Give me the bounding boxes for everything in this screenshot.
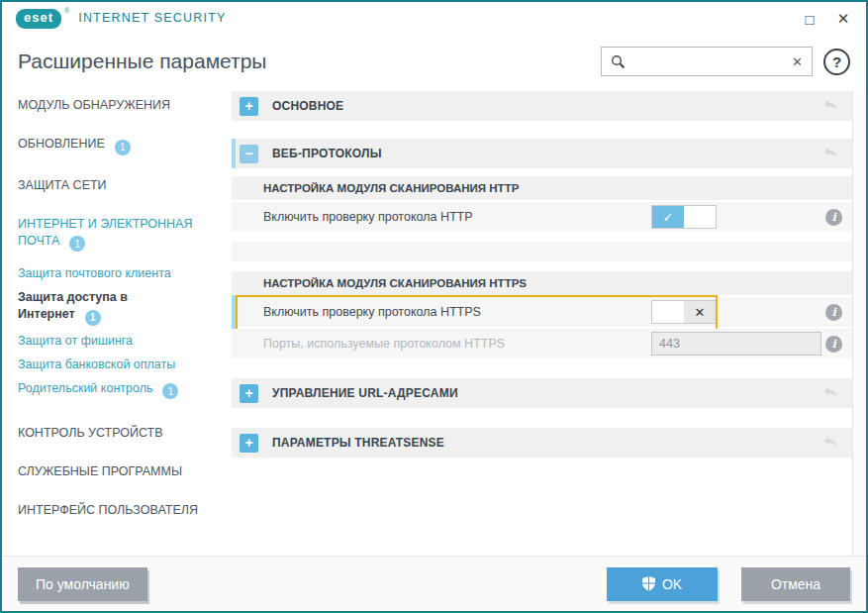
group-https-scanner-setup: НАСТРОЙКА МОДУЛЯ СКАНИРОВАНИЯ HTTPS — [232, 271, 852, 295]
expand-icon[interactable]: + — [240, 97, 258, 116]
sidebar-item-label: Родительский контроль — [18, 381, 152, 395]
sidebar-item-user-interface[interactable]: ИНТЕРФЕЙС ПОЛЬЗОВАТЕЛЯ — [18, 502, 216, 519]
https-check-toggle[interactable]: ✕ — [651, 300, 717, 324]
info-icon[interactable]: i — [825, 209, 842, 226]
notification-badge: 1 — [85, 310, 101, 326]
notification-badge: 1 — [69, 236, 85, 252]
undo-icon[interactable] — [823, 148, 838, 160]
body: МОДУЛЬ ОБНАРУЖЕНИЯ ОБНОВЛЕНИЕ1 ЗАЩИТА СЕ… — [2, 87, 866, 556]
window-controls: □ ✕ — [793, 5, 860, 33]
sidebar-item-parental-control[interactable]: Родительский контроль1 — [18, 380, 196, 400]
search-input[interactable] — [632, 53, 785, 70]
cancel-button[interactable]: Отмена — [741, 567, 850, 601]
maximize-button[interactable]: □ — [793, 5, 826, 33]
sidebar-item-web-access-protection[interactable]: Защита доступа в Интернет1 — [18, 289, 188, 326]
brand: eset ® INTERNET SECURITY — [16, 9, 227, 29]
search-box: ✕ — [601, 47, 813, 76]
settings-content: + ОСНОВНОЕ − ВЕБ-ПРОТОКОЛЫ — [232, 87, 866, 556]
sidebar-item-banking-protection[interactable]: Защита банковской оплаты — [18, 357, 196, 373]
eset-settings-window: eset ® INTERNET SECURITY □ ✕ Расширенные… — [0, 0, 868, 613]
page-header: Расширенные параметры ✕ ? — [2, 36, 866, 87]
toggle-check-icon: ✓ — [652, 206, 684, 228]
sidebar-item-label: Защита доступа в Интернет — [18, 290, 128, 321]
setting-label: Включить проверку протокола HTTP — [263, 210, 651, 224]
section-title: УПРАВЛЕНИЕ URL-АДРЕСАМИ — [272, 386, 458, 400]
search-icon — [611, 54, 626, 69]
section-web-protocols[interactable]: − ВЕБ-ПРОТОКОЛЫ — [232, 139, 852, 168]
setting-row-https-ports: Порты, используемые протоколом HTTPS i — [232, 329, 852, 358]
section-title: ПАРАМЕТРЫ THREATSENSE — [272, 436, 444, 450]
scrollbar-track[interactable] — [852, 91, 866, 556]
setting-label: Включить проверку протокола HTTPS — [263, 305, 651, 319]
sidebar-item-label: ИНТЕРФЕЙС ПОЛЬЗОВАТЕЛЯ — [18, 503, 198, 517]
help-icon[interactable]: ? — [823, 49, 850, 75]
settings-sections: + ОСНОВНОЕ − ВЕБ-ПРОТОКОЛЫ — [232, 91, 852, 556]
sidebar-item-anti-phishing[interactable]: Защита от фишинга — [18, 333, 196, 350]
expand-icon[interactable]: + — [240, 434, 258, 453]
default-button[interactable]: По умолчанию — [18, 567, 147, 601]
info-icon[interactable]: i — [825, 336, 842, 353]
undo-icon[interactable] — [823, 100, 838, 113]
collapse-icon[interactable]: − — [240, 145, 258, 163]
footer-bar: По умолчанию OK Отмена — [2, 556, 866, 611]
ok-button[interactable]: OK — [607, 567, 718, 601]
group-title: НАСТРОЙКА МОДУЛЯ СКАНИРОВАНИЯ HTTPS — [263, 277, 527, 289]
sidebar: МОДУЛЬ ОБНАРУЖЕНИЯ ОБНОВЛЕНИЕ1 ЗАЩИТА СЕ… — [2, 87, 232, 556]
sidebar-item-label: КОНТРОЛЬ УСТРОЙСТВ — [18, 426, 163, 440]
page-title: Расширенные параметры — [18, 50, 266, 73]
undo-icon[interactable] — [823, 387, 838, 400]
notification-badge: 1 — [162, 383, 178, 399]
section-basic[interactable]: + ОСНОВНОЕ — [232, 91, 852, 121]
toggle-cross-icon: ✕ — [684, 301, 716, 323]
sidebar-item-email-client-protection[interactable]: Защита почтового клиента — [18, 265, 196, 282]
expand-icon[interactable]: + — [240, 384, 258, 403]
info-icon[interactable]: i — [825, 304, 842, 321]
titlebar: eset ® INTERNET SECURITY □ ✕ — [2, 2, 866, 36]
registered-mark: ® — [64, 7, 69, 14]
section-threatsense[interactable]: + ПАРАМЕТРЫ THREATSENSE — [232, 428, 852, 458]
undo-icon[interactable] — [823, 437, 838, 450]
setting-row-http-check: Включить проверку протокола HTTP ✓ i — [232, 202, 852, 232]
close-button[interactable]: ✕ — [826, 5, 860, 33]
section-url-management[interactable]: + УПРАВЛЕНИЕ URL-АДРЕСАМИ — [232, 378, 852, 408]
sidebar-item-web-and-email[interactable]: ИНТЕРНЕТ И ЭЛЕКТРОННАЯ ПОЧТА1 — [18, 216, 216, 253]
sidebar-item-label: СЛУЖЕБНЫЕ ПРОГРАММЫ — [18, 464, 182, 478]
sidebar-item-label: МОДУЛЬ ОБНАРУЖЕНИЯ — [18, 98, 170, 112]
sidebar-item-label: Защита от фишинга — [18, 334, 133, 348]
sidebar-item-network-protection[interactable]: ЗАЩИТА СЕТИ — [18, 177, 216, 194]
sidebar-item-label: ИНТЕРНЕТ И ЭЛЕКТРОННАЯ ПОЧТА — [18, 217, 192, 248]
group-http-scanner-setup: НАСТРОЙКА МОДУЛЯ СКАНИРОВАНИЯ HTTP — [232, 176, 852, 200]
sidebar-item-device-control[interactable]: КОНТРОЛЬ УСТРОЙСТВ — [18, 425, 216, 442]
sidebar-item-label: ЗАЩИТА СЕТИ — [18, 178, 107, 192]
notification-badge: 1 — [115, 140, 131, 155]
section-title: ВЕБ-ПРОТОКОЛЫ — [272, 147, 382, 160]
uac-shield-icon — [642, 576, 655, 591]
header-tools: ✕ ? — [601, 47, 850, 76]
sidebar-item-label: Защита почтового клиента — [18, 266, 171, 280]
sidebar-item-label: Защита банковской оплаты — [18, 358, 175, 371]
search-clear-icon[interactable]: ✕ — [792, 55, 803, 68]
http-check-toggle[interactable]: ✓ — [651, 205, 717, 229]
eset-logo: eset — [16, 9, 61, 29]
sidebar-item-tools[interactable]: СЛУЖЕБНЫЕ ПРОГРАММЫ — [18, 463, 216, 480]
group-title: НАСТРОЙКА МОДУЛЯ СКАНИРОВАНИЯ HTTP — [263, 182, 519, 194]
product-name: INTERNET SECURITY — [78, 11, 226, 25]
sidebar-item-label: ОБНОВЛЕНИЕ — [18, 137, 105, 151]
setting-row-https-check: Включить проверку протокола HTTPS ✕ i — [232, 297, 852, 327]
ok-button-label: OK — [662, 576, 682, 592]
section-title: ОСНОВНОЕ — [272, 99, 343, 113]
sidebar-item-update[interactable]: ОБНОВЛЕНИЕ1 — [18, 136, 216, 155]
https-ports-input — [651, 332, 821, 356]
sidebar-item-detection-engine[interactable]: МОДУЛЬ ОБНАРУЖЕНИЯ — [18, 97, 216, 114]
setting-label: Порты, используемые протоколом HTTPS — [263, 337, 651, 351]
